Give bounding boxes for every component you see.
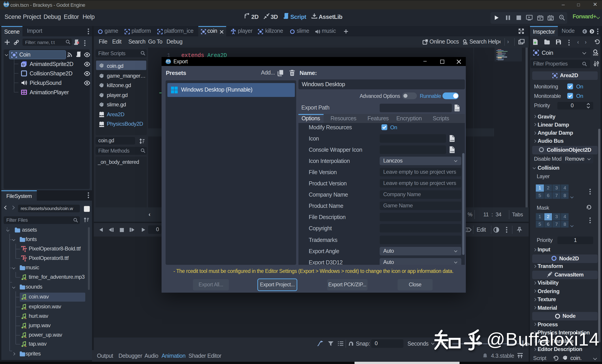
svg-text:DOC: DOC — [593, 54, 598, 56]
svg-text:DOC: DOC — [463, 43, 468, 45]
svg-text:A: A — [466, 228, 469, 232]
